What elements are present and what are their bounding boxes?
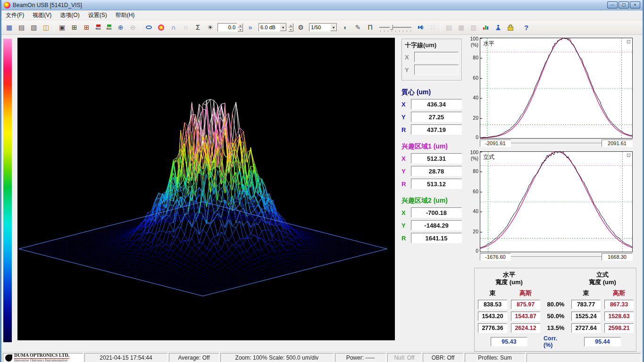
width-value: 783.77: [571, 300, 601, 309]
chevron-down-icon[interactable]: ▼: [280, 24, 286, 31]
ellipse-button[interactable]: [143, 22, 155, 33]
horizontal-profile-chart: 100 (%) 80 60 40 20 0 水平 ⊡: [468, 38, 638, 148]
page-setup-icon: ▧: [31, 24, 37, 31]
camera-button[interactable]: ▣: [56, 22, 68, 33]
vertical-x-axis: -1676.60 1668.30: [480, 253, 633, 262]
gear-button[interactable]: ⚙: [295, 22, 307, 33]
vertical-y-axis: 100 (%) 80 60 40 20 0: [468, 151, 480, 251]
grid-red-icon: ⊞: [84, 24, 90, 31]
gauss-fit-button[interactable]: ∩: [167, 22, 179, 33]
beam-3d-view[interactable]: [17, 38, 395, 340]
menu-help[interactable]: 帮助(H): [111, 10, 139, 21]
status-null: Null: Off: [387, 353, 421, 362]
y-tick: 40: [468, 208, 478, 214]
grid-button[interactable]: ⊞: [68, 22, 80, 33]
y-tick: 20: [468, 115, 478, 121]
roi1-y-label: Y: [401, 168, 408, 175]
window-title: BeamOn USB [5141D_VIS]: [13, 2, 607, 8]
print-button[interactable]: ▤: [16, 22, 27, 33]
roi2-button[interactable]: ROI: [104, 22, 114, 33]
lock-button[interactable]: [504, 22, 516, 33]
exposure-input-group: 0.0▲▼: [217, 23, 243, 32]
gain-select[interactable]: 6.0 dB▼: [259, 23, 287, 32]
menu-settings[interactable]: 设置(S): [84, 10, 111, 21]
copy-icon: ◫: [43, 24, 49, 31]
h-width-header: 水平 寬度 (um): [495, 271, 523, 287]
menu-options[interactable]: 选项(O): [56, 10, 84, 21]
y-tick: 60: [468, 75, 478, 81]
roi1-r-value: 513.12: [411, 179, 462, 189]
horizontal-profile-canvas: [480, 38, 632, 138]
roi1-x-value: 512.31: [411, 153, 462, 164]
help-button[interactable]: ?: [520, 22, 532, 33]
status-profiles: Profiles: Sum: [465, 353, 525, 362]
export-button[interactable]: ▦: [3, 22, 15, 33]
width-value: 2776.36: [478, 323, 507, 333]
x-min-value: -2091.61: [480, 140, 511, 147]
sum-profiles-button[interactable]: Σ: [192, 22, 204, 33]
gain-select-spinner[interactable]: ▲▼: [288, 23, 293, 32]
ratio-select[interactable]: 1/50▼: [309, 23, 337, 32]
vertical-profile-label: 立式: [483, 153, 494, 161]
y-tick: 0: [468, 134, 478, 140]
copy-button[interactable]: ◫: [40, 22, 52, 33]
centroid-x-value: 436.34: [411, 99, 462, 109]
measurement-panel: 十字線(um) X Y 質心 (um) X 436.34 Y 27.25: [401, 38, 462, 352]
flask-button[interactable]: [492, 22, 504, 33]
status-average: Average: Off: [169, 353, 219, 362]
exposure-input[interactable]: 0.0: [217, 23, 237, 32]
pen-button[interactable]: ✎: [352, 22, 364, 33]
lock-icon: [508, 25, 513, 31]
roi1-button[interactable]: ROI: [93, 22, 103, 33]
beam-3d-canvas[interactable]: [17, 38, 395, 340]
crosshair-y-field[interactable]: [414, 65, 459, 75]
apply-button[interactable]: »: [244, 22, 256, 33]
attenuation-slider[interactable]: [378, 23, 412, 32]
clip-level-50: 50.0%: [547, 313, 565, 320]
properties-button: ▤: [443, 22, 455, 33]
zoom-in-button[interactable]: ⊕: [115, 22, 126, 33]
crosshair-x-label: X: [405, 54, 411, 61]
chart-button[interactable]: [480, 22, 492, 33]
crosshair-y-label: Y: [405, 66, 411, 74]
clip-level-13: 13.5%: [547, 324, 565, 331]
h-beam-header: 束: [490, 289, 496, 297]
vertical-profile-chart: 100 (%) 80 60 40 20 0 立式 ⊡: [468, 151, 638, 262]
pulse-button[interactable]: Π: [364, 22, 376, 33]
crosshair-x-field[interactable]: [414, 52, 459, 62]
exposure-input-spinner[interactable]: ▲▼: [238, 23, 243, 32]
horizontal-y-axis: 100 (%) 80 60 40 20 0: [468, 38, 480, 138]
sound-button[interactable]: ): [415, 22, 427, 33]
chevron-down-icon[interactable]: ▼: [330, 24, 337, 31]
horizontal-x-axis: -2091.61 2091.61: [480, 139, 633, 148]
ellipse-icon: [146, 25, 152, 29]
brightness-button[interactable]: ☀: [204, 22, 216, 33]
y-tick: 20: [468, 229, 478, 234]
contrast-button[interactable]: ◐: [340, 22, 351, 33]
width-value: 1543.87: [511, 312, 540, 321]
position-dots-icon: ∷: [431, 24, 435, 31]
profile-copy-icon[interactable]: ⊡: [627, 153, 631, 158]
slider-thumb: [390, 25, 393, 30]
gain-select-value: 6.0 dB: [259, 25, 280, 30]
beam-view-button[interactable]: [155, 22, 167, 33]
properties-icon: ▤: [446, 24, 452, 31]
sigma-icon: Σ: [196, 24, 200, 31]
page-setup-button[interactable]: ▧: [28, 22, 40, 33]
menu-file[interactable]: 文件(F): [1, 10, 28, 21]
roi2-x-value: -700.18: [411, 207, 462, 218]
grid-red-button[interactable]: ⊞: [81, 22, 92, 33]
width-value: 2624.12: [511, 323, 540, 333]
menu-view[interactable]: 视图(V): [28, 10, 56, 21]
width-value: 867.33: [604, 300, 634, 309]
roi2-y-label: Y: [401, 222, 408, 229]
x-max-value: 2091.61: [602, 140, 633, 147]
profile-copy-icon[interactable]: ⊡: [627, 39, 631, 44]
gear-icon: ⚙: [298, 24, 304, 31]
close-button[interactable]: ×: [630, 1, 640, 8]
maximize-button[interactable]: ▢: [619, 1, 629, 8]
width-value: 2598.21: [604, 323, 634, 333]
minimize-button[interactable]: —: [607, 1, 618, 8]
v-beam-header: 束: [583, 289, 589, 297]
toolbar-separator: [518, 23, 519, 32]
